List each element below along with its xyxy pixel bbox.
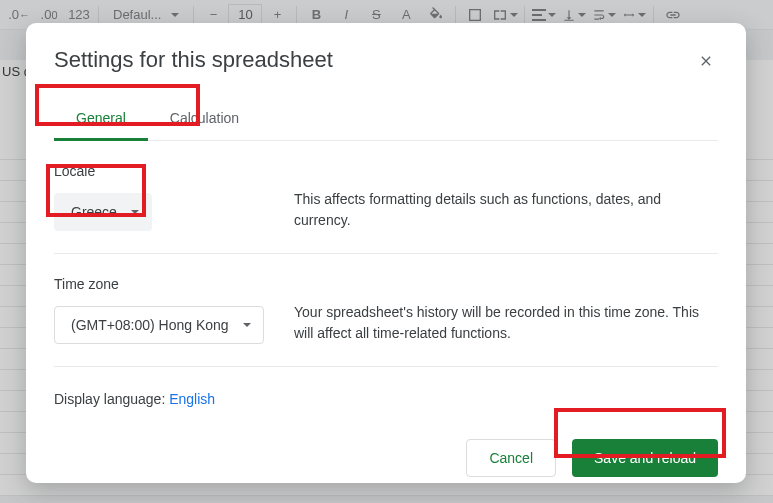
locale-value: Greece	[71, 204, 117, 220]
close-icon	[698, 53, 714, 69]
timezone-select[interactable]: (GMT+08:00) Hong Kong	[54, 306, 264, 344]
tab-general[interactable]: General	[54, 100, 148, 141]
timezone-label: Time zone	[54, 276, 264, 292]
cancel-button[interactable]: Cancel	[466, 439, 556, 477]
tab-bar: General Calculation	[54, 100, 718, 141]
locale-label: Locale	[54, 163, 264, 179]
chevron-down-icon	[131, 210, 139, 214]
tab-calculation[interactable]: Calculation	[148, 100, 261, 140]
display-language-link[interactable]: English	[169, 391, 215, 407]
timezone-description: Your spreadsheet's history will be recor…	[294, 276, 718, 344]
display-language-label: Display language:	[54, 391, 169, 407]
dialog-title: Settings for this spreadsheet	[54, 47, 333, 73]
close-button[interactable]	[694, 49, 718, 78]
save-and-reload-button[interactable]: Save and reload	[572, 439, 718, 477]
chevron-down-icon	[243, 323, 251, 327]
locale-select[interactable]: Greece	[54, 193, 152, 231]
locale-description: This affects formatting details such as …	[294, 163, 718, 231]
display-language-row: Display language: English	[54, 366, 718, 431]
timezone-value: (GMT+08:00) Hong Kong	[71, 317, 229, 333]
settings-dialog: Settings for this spreadsheet General Ca…	[26, 23, 746, 483]
